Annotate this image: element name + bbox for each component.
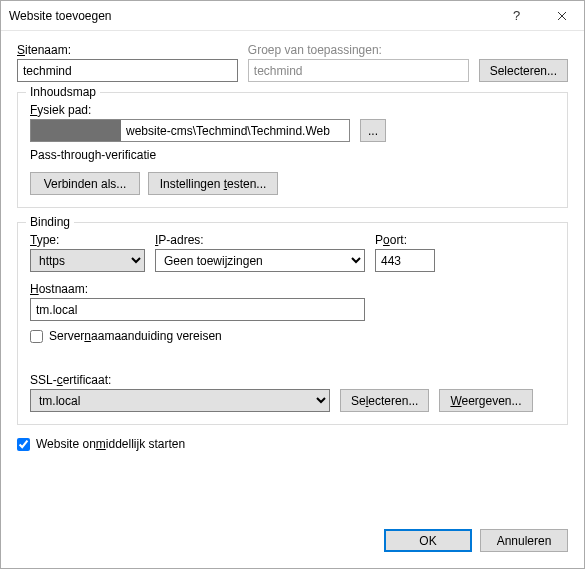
- type-label: Type:: [30, 233, 145, 247]
- apppool-input: [248, 59, 469, 82]
- browse-path-button[interactable]: ...: [360, 119, 386, 142]
- binding-group: Binding Type: https IP-adres: Geen toewi…: [17, 222, 568, 425]
- ip-select[interactable]: Geen toewijzingen: [155, 249, 365, 272]
- sitename-input[interactable]: [17, 59, 238, 82]
- content-group: Inhoudsmap Fysiek pad: ... Pass-through-…: [17, 92, 568, 208]
- ok-button[interactable]: OK: [384, 529, 472, 552]
- ssl-select-button[interactable]: Selecteren...: [340, 389, 429, 412]
- port-input[interactable]: [375, 249, 435, 272]
- cancel-button[interactable]: Annuleren: [480, 529, 568, 552]
- sni-checkbox[interactable]: [30, 330, 43, 343]
- connect-as-button[interactable]: Verbinden als...: [30, 172, 140, 195]
- sni-checkbox-row[interactable]: Servernaamaanduiding vereisen: [30, 329, 555, 343]
- apppool-label: Groep van toepassingen:: [248, 43, 469, 57]
- ssl-label: SSL-certificaat:: [30, 373, 555, 387]
- select-apppool-button[interactable]: Selecteren...: [479, 59, 568, 82]
- ssl-select[interactable]: tm.local: [30, 389, 330, 412]
- type-select[interactable]: https: [30, 249, 145, 272]
- test-settings-button[interactable]: Instellingen testen...: [148, 172, 278, 195]
- window-title: Website toevoegen: [9, 9, 494, 23]
- redacted-segment: [31, 120, 121, 141]
- close-icon: [557, 11, 567, 21]
- physicalpath-label: Fysiek pad:: [30, 103, 91, 117]
- dialog-window: Website toevoegen ? Sitenaam: Groep van …: [0, 0, 585, 569]
- close-button[interactable]: [539, 1, 584, 31]
- physicalpath-input[interactable]: [30, 119, 350, 142]
- sitename-label: Sitenaam:: [17, 43, 238, 57]
- dialog-footer: OK Annuleren: [1, 517, 584, 568]
- help-button[interactable]: ?: [494, 1, 539, 31]
- ssl-view-button[interactable]: Weergeven...: [439, 389, 532, 412]
- start-now-checkbox[interactable]: [17, 438, 30, 451]
- ip-label: IP-adres:: [155, 233, 365, 247]
- passthrough-label: Pass-through-verificatie: [30, 148, 555, 162]
- content-group-title: Inhoudsmap: [26, 85, 100, 99]
- hostname-label: Hostnaam:: [30, 282, 555, 296]
- binding-group-title: Binding: [26, 215, 74, 229]
- port-label: Poort:: [375, 233, 435, 247]
- titlebar: Website toevoegen ?: [1, 1, 584, 31]
- dialog-body: Sitenaam: Groep van toepassingen: Select…: [1, 31, 584, 517]
- start-now-label: Website onmiddellijk starten: [36, 437, 185, 451]
- hostname-input[interactable]: [30, 298, 365, 321]
- start-now-row[interactable]: Website onmiddellijk starten: [17, 437, 568, 451]
- physicalpath-text[interactable]: [121, 120, 349, 141]
- sni-label: Servernaamaanduiding vereisen: [49, 329, 222, 343]
